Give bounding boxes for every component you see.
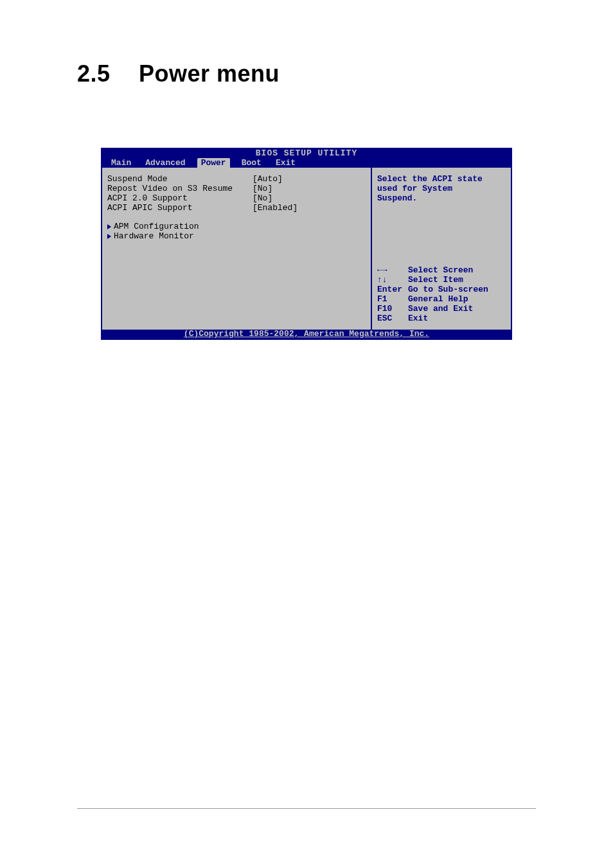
arrows-ud-icon: ↑↓	[377, 275, 408, 285]
help-line: Select the ACPI state	[377, 174, 506, 184]
submenu-label: APM Configuration	[114, 222, 199, 231]
help-text: Select the ACPI state used for System Su…	[377, 174, 506, 203]
option-value: [Auto]	[253, 174, 283, 184]
help-line: used for System	[377, 184, 506, 193]
tab-advanced[interactable]: Advanced	[143, 158, 197, 168]
option-label: Suspend Mode	[107, 174, 253, 184]
option-label: ACPI APIC Support	[107, 203, 253, 213]
key-action: Go to Sub-screen	[408, 285, 488, 294]
option-acpi-apic-support[interactable]: ACPI APIC Support [Enabled]	[107, 203, 366, 213]
key-action: Select Item	[408, 275, 463, 285]
bios-screenshot: BIOS SETUP UTILITY Main Advanced Power B…	[101, 148, 512, 340]
key-help: ←→ Select Screen ↑↓ Select Item Enter Go…	[377, 265, 506, 323]
submenu-label: Hardware Monitor	[114, 231, 194, 241]
key-action: Select Screen	[408, 265, 473, 275]
tab-power[interactable]: Power	[197, 158, 230, 168]
heading-title: Power menu	[139, 60, 280, 87]
key-row: ESC Exit	[377, 314, 506, 323]
arrows-lr-icon: ←→	[377, 265, 408, 275]
option-value: [No]	[253, 184, 272, 193]
option-value: [No]	[253, 193, 272, 203]
submenu-arrow-icon	[107, 224, 111, 229]
tab-main[interactable]: Main	[109, 158, 143, 168]
heading-number: 2.5	[77, 60, 139, 87]
key-name: Enter	[377, 285, 408, 294]
option-value: [Enabled]	[253, 203, 298, 213]
page-footer-rule	[77, 808, 536, 809]
key-action: General Help	[408, 294, 468, 304]
help-line: Suspend.	[377, 193, 506, 203]
option-suspend-mode[interactable]: Suspend Mode [Auto]	[107, 174, 366, 184]
option-acpi-2-support[interactable]: ACPI 2.0 Support [No]	[107, 193, 366, 203]
key-action: Save and Exit	[408, 304, 473, 314]
key-name: F1	[377, 294, 408, 304]
page-heading: 2.5Power menu	[77, 60, 536, 87]
submenu-arrow-icon	[107, 234, 111, 239]
bios-title: BIOS SETUP UTILITY	[102, 149, 511, 158]
option-label: ACPI 2.0 Support	[107, 193, 253, 203]
key-row: F1 General Help	[377, 294, 506, 304]
key-name: ESC	[377, 314, 408, 323]
bios-right-pane: Select the ACPI state used for System Su…	[372, 168, 511, 330]
key-row: F10 Save and Exit	[377, 304, 506, 314]
key-action: Exit	[408, 314, 428, 323]
key-row: ↑↓ Select Item	[377, 275, 506, 285]
key-row: Enter Go to Sub-screen	[377, 285, 506, 294]
bios-footer: (C)Copyright 1985-2002, American Megatre…	[102, 330, 511, 339]
bios-left-pane: Suspend Mode [Auto] Repost Video on S3 R…	[102, 168, 372, 330]
key-row: ←→ Select Screen	[377, 265, 506, 275]
tab-boot[interactable]: Boot	[230, 158, 273, 168]
option-repost-video[interactable]: Repost Video on S3 Resume [No]	[107, 184, 366, 193]
submenu-hardware-monitor[interactable]: Hardware Monitor	[107, 231, 366, 241]
option-label: Repost Video on S3 Resume	[107, 184, 253, 193]
tab-exit[interactable]: Exit	[273, 158, 307, 168]
bios-body: Suspend Mode [Auto] Repost Video on S3 R…	[102, 168, 511, 330]
key-name: F10	[377, 304, 408, 314]
bios-tab-bar: Main Advanced Power Boot Exit	[102, 158, 511, 168]
submenu-apm-configuration[interactable]: APM Configuration	[107, 222, 366, 231]
